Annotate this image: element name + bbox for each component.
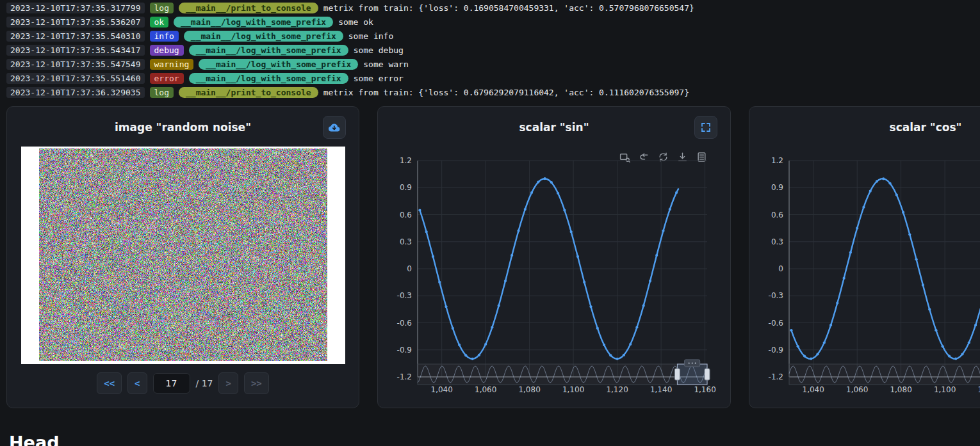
- svg-text:1,080: 1,080: [890, 385, 911, 394]
- svg-text:1,160: 1,160: [694, 385, 715, 394]
- log-timestamp: 2023-12-10T17:37:35.551460: [6, 73, 145, 84]
- log-message: metrix from train: {'loss': 0.6796292079…: [323, 88, 689, 97]
- svg-text:0.3: 0.3: [400, 237, 412, 246]
- log-row: 2023-12-10T17:37:35.536207 ok __main__/l…: [6, 17, 980, 28]
- svg-text:-1.2: -1.2: [769, 372, 783, 381]
- log-row: 2023-12-10T17:37:35.540310 info __main__…: [6, 31, 980, 42]
- cloud-download-icon: [327, 122, 341, 133]
- fullscreen-icon: [700, 122, 712, 133]
- log-message: some error: [354, 74, 404, 83]
- cos-line-chart[interactable]: 1.20.90.60.30-0.3-0.6-0.9-1.21,0401,0601…: [751, 158, 980, 396]
- log-source-badge: __main__/print_to_console: [179, 3, 318, 13]
- log-console: 2023-12-10T17:37:35.317799 log __main__/…: [0, 0, 980, 98]
- svg-text:1,040: 1,040: [431, 385, 453, 394]
- log-level-badge: log: [150, 87, 174, 98]
- svg-text:0: 0: [778, 264, 783, 273]
- log-level-badge: error: [150, 73, 184, 84]
- log-level-badge: log: [150, 3, 174, 13]
- image-card: image "random noise" << < / 17 > >>: [6, 106, 359, 408]
- log-timestamp: 2023-12-10T17:37:35.547549: [6, 59, 145, 70]
- noise-image-frame: [21, 147, 345, 364]
- log-message: some warn: [363, 60, 408, 69]
- log-message: some ok: [338, 17, 373, 27]
- log-timestamp: 2023-12-10T17:37:36.329035: [6, 87, 145, 98]
- log-timestamp: 2023-12-10T17:37:35.543417: [6, 45, 145, 56]
- image-card-title: image "random noise": [7, 107, 359, 134]
- scalar-cos-card: scalar "cos" 1.20.: [749, 106, 980, 408]
- svg-text:0.6: 0.6: [400, 211, 412, 219]
- svg-text:0.6: 0.6: [771, 211, 783, 219]
- svg-text:0.9: 0.9: [400, 183, 412, 192]
- log-row: 2023-12-10T17:37:35.547549 warning __mai…: [6, 59, 980, 70]
- svg-text:0.3: 0.3: [771, 237, 783, 246]
- log-row: 2023-12-10T17:37:35.543417 debug __main_…: [6, 45, 980, 56]
- log-source-badge: __main__/print_to_console: [179, 87, 318, 98]
- first-page-button[interactable]: <<: [97, 372, 122, 394]
- svg-text:-0.9: -0.9: [769, 346, 783, 354]
- log-level-badge: info: [150, 31, 179, 42]
- svg-text:0: 0: [407, 264, 412, 273]
- log-source-badge: __main__/log_with_some_prefix: [189, 73, 348, 84]
- page-total-label: / 17: [196, 378, 213, 388]
- log-message: some debug: [354, 45, 404, 55]
- svg-text:-0.6: -0.6: [769, 319, 783, 328]
- log-source-badge: __main__/log_with_some_prefix: [199, 59, 358, 70]
- svg-text:0.9: 0.9: [771, 183, 783, 192]
- svg-text:1,100: 1,100: [934, 385, 956, 394]
- svg-text:-0.6: -0.6: [397, 319, 412, 328]
- log-source-badge: __main__/log_with_some_prefix: [174, 17, 333, 28]
- sin-line-chart[interactable]: 1.20.90.60.30-0.3-0.6-0.9-1.21,0401,0601…: [379, 158, 707, 396]
- log-timestamp: 2023-12-10T17:37:35.317799: [6, 3, 145, 13]
- download-image-button[interactable]: [323, 116, 346, 139]
- svg-text:1,060: 1,060: [475, 385, 496, 394]
- log-row: 2023-12-10T17:37:36.329035 log __main__/…: [6, 87, 980, 98]
- image-pagination: << < / 17 > >>: [7, 372, 359, 394]
- log-timestamp: 2023-12-10T17:37:35.536207: [6, 17, 145, 28]
- fullscreen-button[interactable]: [694, 116, 717, 139]
- svg-text:1,040: 1,040: [803, 385, 824, 394]
- widget-row: image "random noise" << < / 17 > >> scal…: [0, 101, 980, 408]
- svg-text:1.2: 1.2: [400, 156, 412, 165]
- log-message: metrix from train: {'loss': 0.1690584700…: [323, 3, 694, 13]
- svg-text:1.2: 1.2: [771, 156, 783, 165]
- sin-chart-title: scalar "sin": [378, 107, 730, 134]
- log-timestamp: 2023-12-10T17:37:35.540310: [6, 31, 145, 42]
- last-page-button[interactable]: >>: [244, 372, 269, 394]
- svg-text:1,100: 1,100: [562, 385, 584, 394]
- prev-page-button[interactable]: <: [127, 372, 147, 394]
- next-page-button[interactable]: >: [218, 372, 238, 394]
- log-source-badge: __main__/log_with_some_prefix: [184, 31, 343, 42]
- section-heading-partial: Head: [9, 433, 59, 446]
- svg-text:-0.3: -0.3: [769, 291, 783, 300]
- scalar-sin-card: scalar "sin" 1.20.: [377, 106, 731, 408]
- svg-text:-1.2: -1.2: [397, 372, 412, 381]
- svg-text:1,120: 1,120: [977, 385, 980, 394]
- log-level-badge: ok: [150, 17, 169, 28]
- log-row: 2023-12-10T17:37:35.551460 error __main_…: [6, 73, 980, 84]
- svg-text:-0.3: -0.3: [397, 291, 412, 300]
- svg-text:1,140: 1,140: [650, 385, 672, 394]
- log-level-badge: warning: [150, 59, 194, 70]
- log-message: some info: [348, 31, 393, 41]
- noise-image: [39, 148, 327, 361]
- cos-chart-title: scalar "cos": [749, 107, 980, 134]
- log-row: 2023-12-10T17:37:35.317799 log __main__/…: [6, 3, 980, 13]
- svg-text:-0.9: -0.9: [397, 346, 412, 354]
- page-number-input[interactable]: [153, 373, 190, 394]
- log-source-badge: __main__/log_with_some_prefix: [189, 45, 348, 56]
- svg-text:1,060: 1,060: [846, 385, 868, 394]
- svg-text:1,080: 1,080: [518, 385, 540, 394]
- svg-text:1,120: 1,120: [606, 385, 628, 394]
- log-level-badge: debug: [150, 45, 184, 56]
